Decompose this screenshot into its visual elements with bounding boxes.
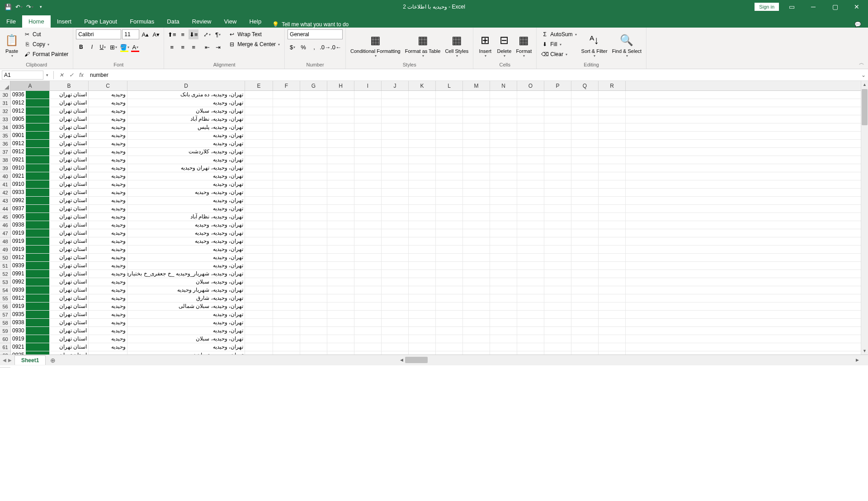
cell[interactable]: تهران، وحیدیه، سبلان: [127, 278, 245, 286]
cell[interactable]: [245, 286, 273, 294]
cell[interactable]: [300, 294, 327, 302]
cell[interactable]: [436, 91, 463, 99]
cell[interactable]: [327, 327, 354, 335]
cell[interactable]: [571, 148, 599, 156]
cell[interactable]: [409, 180, 436, 188]
cell[interactable]: [327, 156, 354, 164]
cell[interactable]: [245, 164, 273, 172]
cell[interactable]: [436, 278, 463, 286]
cell[interactable]: [490, 319, 517, 326]
tab-home[interactable]: Home: [22, 15, 51, 28]
cell[interactable]: [327, 205, 354, 213]
align-center-icon[interactable]: ≡: [178, 42, 188, 52]
cell[interactable]: [544, 254, 571, 261]
cell[interactable]: [382, 229, 409, 237]
row-header[interactable]: 59: [0, 327, 10, 335]
cell[interactable]: [571, 205, 599, 213]
cell[interactable]: [354, 189, 382, 196]
cell[interactable]: [436, 319, 463, 326]
cell[interactable]: استان تهران: [50, 189, 89, 196]
cell[interactable]: [544, 311, 571, 318]
cell[interactable]: [245, 107, 273, 115]
cell[interactable]: [382, 278, 409, 286]
cell[interactable]: [245, 115, 273, 123]
cell[interactable]: [409, 327, 436, 335]
cell[interactable]: [544, 335, 571, 343]
tab-data[interactable]: Data: [160, 15, 185, 28]
cell[interactable]: [436, 262, 463, 269]
cell[interactable]: 0938: [11, 319, 50, 326]
cell[interactable]: [490, 91, 517, 99]
cell[interactable]: [571, 302, 599, 310]
cell[interactable]: [409, 172, 436, 180]
cell[interactable]: [409, 351, 436, 354]
cell[interactable]: [382, 172, 409, 180]
cell[interactable]: [571, 99, 599, 107]
cell[interactable]: [300, 278, 327, 286]
cell[interactable]: [273, 132, 300, 139]
cell[interactable]: تهران، وحیدیه، سبلان: [127, 107, 245, 115]
cell[interactable]: [273, 319, 300, 326]
cell[interactable]: [463, 148, 490, 156]
cell[interactable]: [245, 189, 273, 196]
cell[interactable]: 0935: [11, 311, 50, 318]
cell[interactable]: [571, 213, 599, 221]
cell[interactable]: 0910: [11, 164, 50, 172]
cell[interactable]: [327, 148, 354, 156]
underline-button[interactable]: U▾: [98, 42, 108, 52]
cell[interactable]: [354, 351, 382, 354]
vertical-scrollbar[interactable]: ▲ ▼: [861, 81, 868, 354]
cell[interactable]: [517, 254, 544, 261]
cell[interactable]: [599, 164, 626, 172]
cell[interactable]: [300, 302, 327, 310]
percent-format-icon[interactable]: %: [298, 42, 308, 52]
cell[interactable]: وحیدیه: [89, 221, 127, 229]
cell[interactable]: [544, 286, 571, 294]
cell[interactable]: [436, 205, 463, 213]
cell[interactable]: [409, 213, 436, 221]
cell[interactable]: تهران، وحیدیه: [127, 319, 245, 326]
cell[interactable]: [354, 254, 382, 261]
row-header[interactable]: 45: [0, 213, 10, 221]
cell[interactable]: [571, 262, 599, 269]
cut-button[interactable]: ✂Cut: [22, 29, 70, 39]
cell[interactable]: [409, 294, 436, 302]
cell[interactable]: تهران، وحیدیه، سبلان: [127, 335, 245, 343]
cell[interactable]: وحیدیه: [89, 335, 127, 343]
cell[interactable]: [327, 351, 354, 354]
cell[interactable]: تهران، وحیدیه: [127, 254, 245, 261]
row-header[interactable]: 46: [0, 221, 10, 229]
row-header[interactable]: 31: [0, 99, 10, 107]
cell[interactable]: [245, 262, 273, 269]
col-header-I[interactable]: I: [354, 81, 382, 90]
col-header-O[interactable]: O: [517, 81, 544, 90]
cell[interactable]: [382, 197, 409, 204]
formula-bar[interactable]: number: [86, 72, 859, 78]
cell[interactable]: [599, 237, 626, 245]
cell[interactable]: [382, 123, 409, 131]
cell[interactable]: [354, 123, 382, 131]
cell[interactable]: [517, 319, 544, 326]
text-direction-icon[interactable]: ¶▾: [213, 29, 223, 39]
cell[interactable]: [245, 229, 273, 237]
cell[interactable]: [382, 115, 409, 123]
cell[interactable]: [599, 123, 626, 131]
cell[interactable]: [354, 311, 382, 318]
cell[interactable]: [354, 172, 382, 180]
cell[interactable]: [571, 107, 599, 115]
col-header-B[interactable]: B: [50, 81, 89, 90]
cell[interactable]: تهران، وحیدیه، ده متری بانک: [127, 91, 245, 99]
cell[interactable]: وحیدیه: [89, 140, 127, 147]
cell[interactable]: [245, 335, 273, 343]
cell[interactable]: تهران، وحیدیه، شهریار وحیدیه: [127, 286, 245, 294]
cell[interactable]: تهران، وحیدیه، سبلان شمالی: [127, 302, 245, 310]
col-header-Q[interactable]: Q: [571, 81, 599, 90]
cell[interactable]: [327, 91, 354, 99]
cell[interactable]: [354, 107, 382, 115]
cell[interactable]: [599, 311, 626, 318]
cell[interactable]: [354, 213, 382, 221]
cell[interactable]: وحیدیه: [89, 254, 127, 261]
format-as-table-button[interactable]: ▦Format as Table▾: [403, 29, 443, 61]
cell[interactable]: [571, 229, 599, 237]
cell[interactable]: [571, 343, 599, 351]
